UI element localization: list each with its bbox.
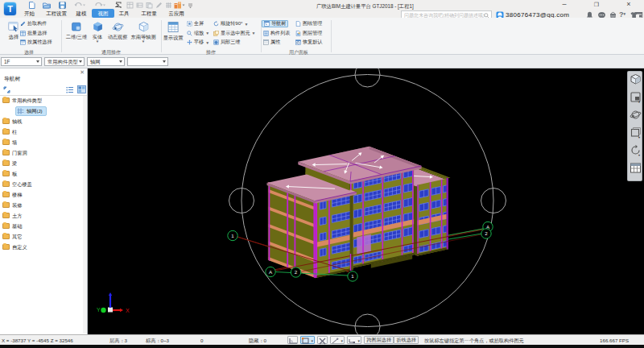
axis-bubble-label: 2 xyxy=(295,269,298,275)
minimize-button[interactable]: – xyxy=(554,0,575,10)
bottom-strip xyxy=(0,345,644,348)
fullscreen-button[interactable]: 全屏 xyxy=(187,20,204,27)
select-icon xyxy=(8,21,20,33)
qat-save-icon[interactable] xyxy=(59,2,66,9)
drawing-manager-button[interactable]: 图纸管理 xyxy=(295,20,322,27)
qat-table-icon[interactable] xyxy=(126,2,134,9)
dropdown-arrow-icon: ▾ xyxy=(624,11,626,16)
pick-component-button[interactable]: 拾取构件 xyxy=(20,20,47,27)
mini-dropdown-arrow[interactable]: ▾ xyxy=(638,154,642,156)
mini-isometric-icon[interactable] xyxy=(630,73,642,85)
restore-default-button[interactable]: 恢复默认 xyxy=(295,39,322,46)
tree-item[interactable]: 门窗洞 xyxy=(0,147,88,158)
restore-default-icon xyxy=(295,39,301,45)
maximize-button[interactable]: ❐ xyxy=(586,0,607,10)
tree-item[interactable]: 空心楼盖 xyxy=(0,179,88,189)
mini-display-settings-icon[interactable] xyxy=(630,162,642,174)
ortho-toggle-icon[interactable] xyxy=(287,336,298,344)
ortho-axes-glyph xyxy=(289,338,298,344)
qat-open-icon[interactable] xyxy=(43,2,51,9)
qat-new-icon[interactable] xyxy=(28,2,35,9)
close-button[interactable]: × xyxy=(618,0,639,10)
qat-undo-icon[interactable] xyxy=(74,2,85,9)
isometric-box-icon xyxy=(138,21,150,33)
mini-orbit-icon[interactable] xyxy=(630,109,642,121)
folder-icon xyxy=(2,213,10,218)
cross-point-icon[interactable] xyxy=(317,336,328,344)
tree-item[interactable]: 墙 xyxy=(0,137,88,147)
thumbnail-view-icon[interactable] xyxy=(77,85,86,93)
qat-grid-icon[interactable] xyxy=(165,2,172,9)
mini-dropdown-arrow[interactable]: ▾ xyxy=(638,136,642,139)
navtree-toggle-button[interactable]: 导航树 xyxy=(262,20,288,27)
tree-item[interactable]: 柱 xyxy=(0,126,88,137)
draw-line-icon[interactable]: ▾ xyxy=(330,336,345,344)
dropdown-arrow-icon: ▼ xyxy=(205,40,209,45)
folder-icon xyxy=(2,244,10,250)
polyline-icon[interactable]: ▾ xyxy=(347,336,361,344)
tree-item[interactable]: 土方 xyxy=(0,210,88,221)
property-window-icon xyxy=(20,39,26,45)
tab-tools[interactable]: 工具 xyxy=(115,9,133,18)
tree-item[interactable]: 装修 xyxy=(0,200,88,210)
qat-view-icon[interactable] xyxy=(136,2,143,9)
extra-selector[interactable] xyxy=(127,57,168,66)
floor-height: 层高：3 xyxy=(109,338,127,345)
tree-item[interactable]: 常用构件类型 xyxy=(0,95,88,106)
folder-icon xyxy=(2,234,10,239)
tree-item[interactable]: 轴线 xyxy=(0,116,88,126)
cross-layer-select-button[interactable]: 跨图层选择 xyxy=(364,336,394,344)
display-settings-button[interactable]: 显示设置 xyxy=(162,20,184,48)
combo-dropdown-icon xyxy=(163,60,166,63)
qat-sum-icon[interactable] xyxy=(115,2,122,9)
properties-button[interactable]: 属性 xyxy=(263,39,280,46)
tree-item-axis-grid[interactable]: 轴网(J) xyxy=(0,106,88,116)
pan-button[interactable]: 平移▼ xyxy=(187,39,209,46)
tab-project-settings[interactable]: 工程设置 xyxy=(44,9,68,18)
component-list-button[interactable]: 构件列表 xyxy=(263,30,290,37)
batch-select-button[interactable]: 批量选择 xyxy=(20,30,47,37)
title-bar: T 广联达BIM土建计量平台 GTJ2018 - [工程1] – ❐ × 开始 … xyxy=(0,0,644,18)
qat-copy-icon[interactable] xyxy=(146,2,153,9)
hidden-count: 隐藏：0 xyxy=(249,338,266,345)
qat-redo-icon[interactable] xyxy=(94,2,105,9)
dropdown-arrow-icon: ▼ xyxy=(129,40,158,44)
zoom-button[interactable]: 缩放▼ xyxy=(187,30,209,37)
polyline-select-button[interactable]: 折线选择 xyxy=(394,336,419,344)
tree-item[interactable]: 板 xyxy=(0,168,88,179)
layer-manager-button[interactable]: 图层管理 xyxy=(295,30,322,37)
tree-item[interactable]: 基础 xyxy=(0,221,88,231)
list-view-icon[interactable] xyxy=(66,86,74,93)
element-selector[interactable]: 轴网 xyxy=(87,57,125,66)
select-by-property-button[interactable]: 按属性选择 xyxy=(20,39,52,46)
orbit-button[interactable]: 动态观察 xyxy=(105,20,130,48)
folder-icon xyxy=(2,181,10,187)
tab-cloud[interactable]: 云应用 xyxy=(165,9,188,18)
qat-edit-icon[interactable] xyxy=(155,2,163,9)
floor-selector[interactable]: 1F xyxy=(1,57,42,66)
collapse-all-icon[interactable] xyxy=(3,86,10,93)
partial-3d-button[interactable]: 局部三维 xyxy=(213,39,240,46)
batch-table-icon xyxy=(20,31,26,36)
tab-modeling[interactable]: 建模 xyxy=(72,9,90,18)
southeast-isometric-button[interactable]: 东南等轴测▼ xyxy=(129,20,158,48)
tree-item[interactable]: 自定义 xyxy=(0,242,88,252)
tree-scrollbar[interactable] xyxy=(83,96,87,334)
show-selected-button[interactable]: 显示选中图元▼ xyxy=(213,30,256,37)
component-list-icon xyxy=(263,31,269,36)
model-viewport[interactable]: 1 A 2 1 A 2 Y X ▾ ▾ ▾ xyxy=(88,68,644,334)
qat-more-icon[interactable] xyxy=(188,2,193,9)
display-settings-icon xyxy=(167,21,180,34)
panel-close-icon[interactable]: ✕ xyxy=(80,69,85,75)
tree-item[interactable]: 楼梯 xyxy=(0,189,88,200)
tree-item[interactable]: 其它 xyxy=(0,231,88,242)
qat-project-icon[interactable] xyxy=(174,2,185,9)
tab-view[interactable]: 视图 xyxy=(92,9,114,18)
mini-dropdown-arrow[interactable]: ▾ xyxy=(638,101,642,103)
tree-item[interactable]: 梁 xyxy=(0,158,88,168)
rotate-90-button[interactable]: 顺旋转90°▼ xyxy=(213,20,248,27)
selection-mode-icon[interactable]: ▾ xyxy=(300,336,315,344)
category-selector[interactable]: 常用构件类型 xyxy=(44,57,85,66)
tab-quantity[interactable]: 工程量 xyxy=(137,9,161,18)
tab-start[interactable]: 开始 xyxy=(19,9,39,18)
